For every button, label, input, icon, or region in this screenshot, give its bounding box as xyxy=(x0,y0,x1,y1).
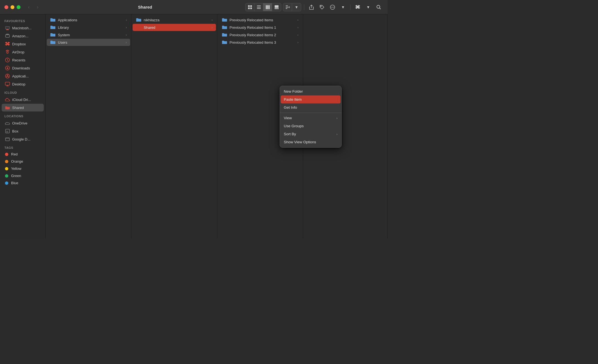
forward-button[interactable]: › xyxy=(34,3,42,11)
chevron-icon: › xyxy=(126,26,127,29)
svg-rect-25 xyxy=(6,27,9,29)
col3-prev-relocated-3[interactable]: Previously Relocated Items 3 › xyxy=(218,39,302,46)
col1-users-label: Users xyxy=(58,40,125,45)
toolbar: ▾ ▾ ▾ xyxy=(245,3,383,11)
svg-rect-6 xyxy=(257,8,261,9)
red-tag-dot xyxy=(5,153,8,156)
more-btn[interactable] xyxy=(328,3,337,11)
sidebar-macintosh-label: Macintosh... xyxy=(12,26,40,30)
group-sort-btn[interactable] xyxy=(283,3,292,11)
svg-point-20 xyxy=(332,7,333,7)
col2-nikhilazza[interactable]: nikhilazza › xyxy=(133,16,216,24)
sidebar-item-shared[interactable]: Shared xyxy=(2,104,44,111)
menu-new-folder[interactable]: New Folder xyxy=(280,87,341,95)
sidebar-item-applications[interactable]: Applicati... xyxy=(2,72,44,80)
chevron-icon: › xyxy=(126,18,127,22)
menu-use-groups[interactable]: Use Groups xyxy=(280,122,341,130)
sidebar-item-dropbox[interactable]: Dropbox xyxy=(2,40,44,48)
col2-shared-label: Shared xyxy=(144,25,210,30)
more-dropdown-btn[interactable]: ▾ xyxy=(339,3,347,11)
col1-applications[interactable]: Applications › xyxy=(47,16,130,24)
folder-icon xyxy=(136,18,141,22)
menu-sort-by[interactable]: Sort By › xyxy=(280,130,341,138)
dropbox-dropdown-btn[interactable]: ▾ xyxy=(364,3,373,11)
dropbox-btn[interactable] xyxy=(353,3,362,11)
sidebar-item-orange[interactable]: Orange xyxy=(2,158,44,165)
svg-rect-5 xyxy=(257,7,261,7)
menu-get-info[interactable]: Get Info xyxy=(280,103,341,111)
col3-prev-relocated-1[interactable]: Previously Relocated Items 1 › xyxy=(218,24,302,31)
chevron-icon: › xyxy=(297,26,298,29)
svg-rect-0 xyxy=(248,5,250,7)
menu-separator-1 xyxy=(280,113,341,113)
nav-buttons: ‹ › xyxy=(25,3,42,11)
sidebar-item-green[interactable]: Green xyxy=(2,172,44,179)
menu-sort-by-label: Sort By xyxy=(284,132,336,136)
chevron-icon: › xyxy=(126,33,127,37)
col3-prev-relocated[interactable]: Previously Relocated Items › xyxy=(218,16,302,24)
sidebar-item-icloud-drive[interactable]: iCloud Dri... xyxy=(2,96,44,103)
folder-icon xyxy=(50,33,56,37)
view-switcher xyxy=(245,3,281,11)
col1-library[interactable]: Library › xyxy=(47,24,130,31)
sidebar-recents-label: Recents xyxy=(12,58,40,62)
menu-use-groups-label: Use Groups xyxy=(284,124,337,128)
sidebar-item-onedrive[interactable]: OneDrive xyxy=(2,119,44,127)
menu-show-view-options[interactable]: Show View Options xyxy=(280,138,341,146)
svg-point-22 xyxy=(377,5,380,8)
sidebar-item-google-drive[interactable]: Google D... xyxy=(2,135,44,143)
chevron-icon: › xyxy=(297,18,298,22)
sidebar-yellow-label: Yellow xyxy=(11,167,40,171)
col1-users[interactable]: Users › xyxy=(47,39,130,46)
icloud-drive-icon xyxy=(5,97,10,102)
col3-prev-relocated-2-label: Previously Relocated Items 2 xyxy=(230,33,296,37)
svg-rect-1 xyxy=(250,5,252,7)
toolbar-separator-1 xyxy=(304,4,304,10)
sidebar-orange-label: Orange xyxy=(11,159,40,163)
menu-view[interactable]: View › xyxy=(280,114,341,122)
sidebar-item-blue[interactable]: Blue xyxy=(2,180,44,186)
airdrop-icon xyxy=(5,50,10,54)
sidebar-item-desktop[interactable]: Desktop xyxy=(2,80,44,88)
minimize-button[interactable] xyxy=(11,5,14,9)
col1-system[interactable]: System › xyxy=(47,31,130,38)
svg-rect-27 xyxy=(6,30,9,30)
sidebar-item-yellow[interactable]: Yellow xyxy=(2,165,44,172)
svg-point-19 xyxy=(331,7,332,7)
svg-text:B: B xyxy=(6,130,8,133)
share-btn[interactable] xyxy=(307,3,316,11)
sidebar-item-amazon[interactable]: Amazon... xyxy=(2,32,44,40)
list-view-btn[interactable] xyxy=(254,3,263,11)
box-icon: B xyxy=(5,129,10,134)
toolbar-separator-2 xyxy=(350,4,350,10)
menu-paste-item[interactable]: Paste Item xyxy=(281,95,341,103)
chevron-icon: › xyxy=(297,33,298,37)
group-dropdown-btn[interactable]: ▾ xyxy=(292,3,301,11)
tag-btn[interactable] xyxy=(318,3,326,11)
tags-label: Tags xyxy=(0,143,45,150)
sidebar-item-macintosh[interactable]: Macintosh... xyxy=(2,24,44,32)
folder-icon xyxy=(222,18,227,22)
col3-prev-relocated-2[interactable]: Previously Relocated Items 2 › xyxy=(218,31,302,38)
svg-rect-9 xyxy=(269,5,270,9)
column-view-btn[interactable] xyxy=(263,3,272,11)
sidebar-item-box[interactable]: B Box xyxy=(2,127,44,135)
sidebar-icloud-drive-label: iCloud Dri... xyxy=(12,98,40,102)
icon-view-btn[interactable] xyxy=(246,3,254,11)
sidebar-item-downloads[interactable]: Downloads xyxy=(2,64,44,72)
maximize-button[interactable] xyxy=(17,5,20,9)
column-2: nikhilazza › Shared › xyxy=(132,14,217,239)
gallery-view-btn[interactable] xyxy=(272,3,281,11)
context-menu: New Folder Paste Item Get Info View › Us… xyxy=(280,86,342,148)
search-btn[interactable] xyxy=(374,3,383,11)
sidebar-item-airdrop[interactable]: AirDrop xyxy=(2,48,44,56)
sidebar-item-red[interactable]: Red xyxy=(2,151,44,158)
chevron-icon: › xyxy=(212,26,213,29)
folder-icon xyxy=(222,25,227,30)
sidebar-dropbox-label: Dropbox xyxy=(12,42,40,46)
google-drive-icon xyxy=(5,137,10,142)
back-button[interactable]: ‹ xyxy=(25,3,33,11)
close-button[interactable] xyxy=(4,5,8,9)
col2-shared[interactable]: Shared › xyxy=(133,24,216,31)
sidebar-item-recents[interactable]: Recents xyxy=(2,56,44,64)
